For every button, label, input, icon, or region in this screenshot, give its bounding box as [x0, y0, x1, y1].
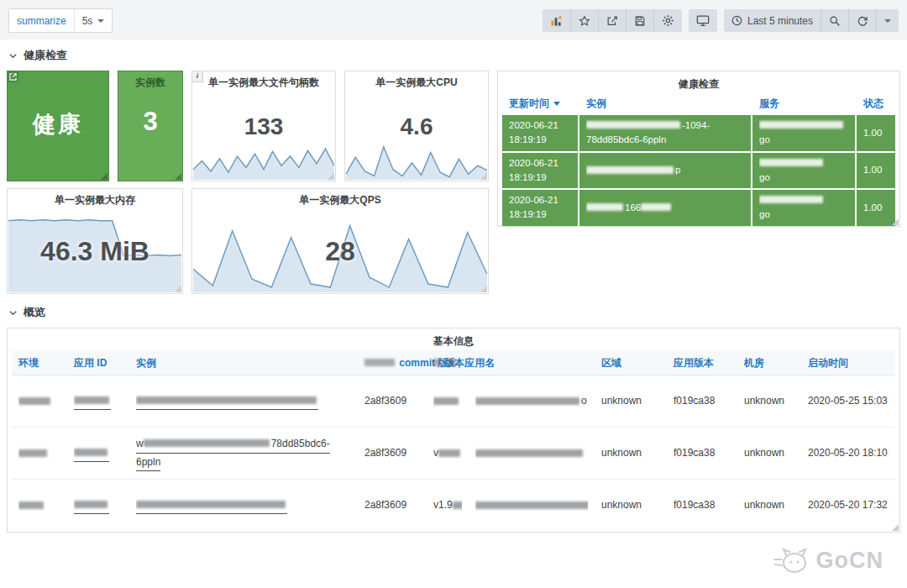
floppy-disk-icon	[634, 15, 646, 27]
info-column-header[interactable]: 应用 ID	[67, 350, 129, 375]
info-cell: o	[469, 375, 595, 427]
info-cell	[469, 428, 595, 479]
info-column-header[interactable]: 实例	[129, 350, 358, 375]
info-cell-link[interactable]	[129, 480, 358, 531]
chevron-down-icon	[97, 19, 104, 23]
sort-caret-icon	[553, 102, 560, 106]
left-panel-column: 健康 实例数 3 i 单一实例最大文件句柄数 133 单一实例最大CPU 4.6	[7, 71, 489, 294]
health-cell-time: 2020-06-21 18:19:19	[502, 115, 578, 151]
gocn-cat-logo	[771, 544, 811, 576]
share-button[interactable]	[598, 9, 626, 32]
toolbar-right: Last 5 minutes	[543, 9, 899, 32]
interval-dropdown[interactable]: 5s	[74, 9, 113, 32]
info-cell: 2a8f3609	[358, 480, 427, 531]
health-cell-status: 1.00	[857, 115, 895, 151]
section-title-overview: 概览	[24, 305, 45, 320]
health-cell-service: go	[752, 153, 855, 189]
health-column-header[interactable]: 服务	[752, 93, 855, 113]
instance-count-value: 3	[118, 107, 182, 137]
info-table-body: 2a8f3609ounknownf019ca38unknown2020-05-2…	[12, 375, 895, 531]
refresh-button[interactable]	[848, 9, 876, 32]
panel-title[interactable]: 基本信息	[12, 330, 895, 350]
panel-title[interactable]: 实例数	[118, 71, 182, 92]
cpu-panel: 单一实例最大CPU 4.6	[344, 71, 489, 181]
info-cell	[427, 375, 469, 427]
info-cell-link[interactable]: w78dd85bdc6-6ppln	[129, 428, 358, 479]
info-cell	[12, 428, 67, 479]
health-cell-status: 1.00	[857, 153, 895, 189]
info-cell: unknown	[737, 480, 801, 531]
info-cell-link[interactable]	[67, 375, 129, 427]
row-toggle-overview[interactable]: 概览	[0, 294, 907, 326]
dashboard-root: summarize 5s	[0, 0, 907, 533]
external-link-icon[interactable]	[8, 71, 18, 82]
panel-title[interactable]: 健康检查	[502, 73, 895, 93]
summarize-button[interactable]: summarize	[9, 9, 74, 32]
footer: GoCN	[771, 544, 884, 576]
info-column-header[interactable]: 环境	[12, 350, 67, 375]
info-cell: unknown	[595, 428, 667, 479]
info-cell-link[interactable]	[67, 480, 129, 531]
add-panel-button[interactable]	[543, 9, 570, 32]
refresh-interval-dropdown[interactable]	[876, 9, 899, 32]
toolbar-left: summarize 5s	[8, 8, 113, 33]
clock-icon	[731, 15, 742, 26]
memory-value: 46.3 MiB	[8, 236, 182, 267]
panel-title[interactable]: 单一实例最大QPS	[192, 189, 488, 209]
settings-button[interactable]	[653, 9, 682, 32]
info-column-header[interactable]	[469, 350, 595, 375]
section-title-health: 健康检查	[24, 48, 67, 63]
panel-title[interactable]: 单一实例最大CPU	[345, 71, 488, 92]
refresh-icon	[857, 15, 868, 27]
health-cell-time: 2020-06-21 18:19:19	[502, 153, 578, 189]
health-cell-status: 1.00	[857, 190, 895, 226]
qps-value: 28	[192, 236, 488, 267]
panel-title[interactable]: 单一实例最大文件句柄数	[192, 71, 335, 92]
info-column-header[interactable]: commit 版	[358, 350, 427, 375]
cpu-value: 4.6	[345, 113, 488, 140]
info-table-row: 2a8f3609ounknownf019ca38unknown2020-05-2…	[12, 375, 895, 428]
save-button[interactable]	[626, 9, 653, 32]
row-toggle-health[interactable]: 健康检查	[0, 39, 907, 69]
info-icon[interactable]: i	[192, 71, 203, 82]
info-cell: f019ca38	[667, 480, 737, 531]
zoom-out-button[interactable]	[820, 9, 848, 32]
health-table-header: 更新时间实例服务状态	[502, 93, 895, 113]
info-cell: unknown	[737, 428, 801, 479]
info-cell: v	[427, 428, 469, 479]
info-cell: 2020-05-25 15:03:47.468	[801, 375, 895, 427]
info-cell	[12, 480, 67, 531]
info-column-header[interactable]: 机房	[737, 350, 801, 375]
time-range-button[interactable]: Last 5 minutes	[724, 9, 820, 32]
star-button[interactable]	[570, 9, 598, 32]
health-table-row: 2020-06-21 18:19:19pgo1.00	[502, 153, 895, 189]
info-column-header[interactable]: 区域	[595, 350, 667, 375]
time-range-label: Last 5 minutes	[747, 15, 813, 27]
info-cell: 2a8f3609	[358, 428, 427, 479]
health-cell-instance: p	[579, 153, 751, 189]
chevron-down-icon	[8, 308, 18, 318]
panel-title[interactable]: 单一实例最大内存	[8, 189, 182, 209]
health-column-header[interactable]: 更新时间	[502, 93, 578, 113]
info-column-header[interactable]: 启动时间	[801, 350, 895, 375]
info-cell: f019ca38	[667, 375, 737, 427]
gocn-brand-text: GoCN	[816, 548, 884, 574]
dashboard-actions-group	[543, 9, 682, 32]
share-icon	[606, 15, 618, 27]
health-column-header[interactable]: 状态	[857, 93, 895, 113]
tv-mode-button[interactable]	[689, 9, 717, 32]
basic-info-panel: 基本信息 环境应用 ID实例 commit 版 版本应用名区域应用版本机房启动时…	[7, 328, 900, 533]
summarize-label: summarize	[17, 15, 66, 27]
info-cell: f019ca38	[667, 428, 737, 479]
health-table-row: 2020-06-21 18:19:19-1094-78dd85bdc6-6ppl…	[502, 115, 895, 151]
monitor-icon	[696, 14, 710, 27]
info-cell: 2a8f3609	[358, 375, 427, 427]
info-cell: 2020-05-20 17:32:42.298	[801, 480, 895, 531]
health-column-header[interactable]: 实例	[579, 93, 751, 113]
health-check-table-panel: 健康检查 更新时间实例服务状态 2020-06-21 18:19:19-1094…	[497, 71, 900, 227]
info-cell-link[interactable]	[129, 375, 358, 427]
magnifier-icon	[829, 15, 841, 27]
summarize-group: summarize 5s	[8, 8, 113, 33]
info-cell-link[interactable]	[67, 428, 129, 479]
info-column-header[interactable]: 应用版本	[667, 350, 737, 375]
